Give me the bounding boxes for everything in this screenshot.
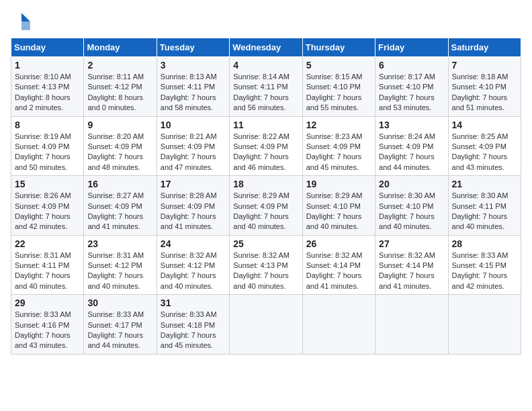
week-row-1: 1Sunrise: 8:10 AMSunset: 4:13 PMDaylight… [11, 57, 521, 117]
day-cell: 18Sunrise: 8:29 AMSunset: 4:09 PMDayligh… [230, 176, 302, 236]
header-cell-wednesday: Wednesday [230, 38, 302, 57]
cell-info: Sunrise: 8:19 AMSunset: 4:09 PMDaylight:… [15, 132, 80, 173]
header-cell-tuesday: Tuesday [157, 38, 229, 57]
day-number: 14 [452, 120, 517, 130]
header-row: SundayMondayTuesdayWednesdayThursdayFrid… [11, 38, 521, 57]
cell-info: Sunrise: 8:14 AMSunset: 4:11 PMDaylight:… [233, 72, 298, 113]
day-number: 21 [452, 179, 517, 189]
cell-info: Sunrise: 8:20 AMSunset: 4:09 PMDaylight:… [87, 132, 152, 173]
cell-info: Sunrise: 8:32 AMSunset: 4:14 PMDaylight:… [306, 250, 371, 292]
calendar-header: SundayMondayTuesdayWednesdayThursdayFrid… [11, 38, 521, 57]
day-cell: 21Sunrise: 8:30 AMSunset: 4:11 PMDayligh… [448, 176, 521, 236]
cell-info: Sunrise: 8:29 AMSunset: 4:09 PMDaylight:… [233, 191, 298, 232]
header-cell-sunday: Sunday [11, 38, 84, 57]
cell-info: Sunrise: 8:32 AMSunset: 4:13 PMDaylight:… [233, 250, 298, 292]
svg-marker-0 [21, 13, 30, 21]
day-number: 1 [15, 60, 80, 71]
cell-info: Sunrise: 8:21 AMSunset: 4:09 PMDaylight:… [161, 132, 226, 173]
day-number: 13 [379, 120, 444, 130]
day-number: 12 [306, 120, 371, 130]
day-cell: 2Sunrise: 8:11 AMSunset: 4:12 PMDaylight… [84, 57, 157, 117]
day-cell: 14Sunrise: 8:25 AMSunset: 4:09 PMDayligh… [448, 116, 521, 176]
day-cell: 17Sunrise: 8:28 AMSunset: 4:09 PMDayligh… [157, 176, 229, 236]
day-number: 6 [379, 60, 444, 71]
cell-info: Sunrise: 8:31 AMSunset: 4:11 PMDaylight:… [15, 250, 80, 292]
day-cell: 6Sunrise: 8:17 AMSunset: 4:10 PMDaylight… [375, 57, 448, 117]
day-cell: 8Sunrise: 8:19 AMSunset: 4:09 PMDaylight… [11, 116, 84, 176]
cell-info: Sunrise: 8:30 AMSunset: 4:11 PMDaylight:… [452, 191, 517, 232]
day-number: 23 [87, 238, 152, 249]
day-cell: 24Sunrise: 8:32 AMSunset: 4:12 PMDayligh… [157, 235, 229, 295]
day-number: 16 [87, 179, 152, 189]
day-number: 27 [379, 238, 444, 249]
day-number: 26 [306, 238, 371, 249]
cell-info: Sunrise: 8:30 AMSunset: 4:10 PMDaylight:… [379, 191, 444, 232]
page-header [11, 11, 521, 32]
logo-icon [11, 11, 32, 32]
cell-info: Sunrise: 8:33 AMSunset: 4:17 PMDaylight:… [87, 310, 152, 351]
cell-info: Sunrise: 8:23 AMSunset: 4:09 PMDaylight:… [306, 132, 371, 173]
day-number: 8 [15, 120, 80, 130]
day-number: 28 [452, 238, 517, 249]
cell-info: Sunrise: 8:13 AMSunset: 4:11 PMDaylight:… [161, 72, 226, 113]
day-cell: 22Sunrise: 8:31 AMSunset: 4:11 PMDayligh… [11, 235, 84, 295]
cell-info: Sunrise: 8:25 AMSunset: 4:09 PMDaylight:… [452, 132, 517, 173]
calendar-table: SundayMondayTuesdayWednesdayThursdayFrid… [11, 38, 521, 355]
day-cell: 5Sunrise: 8:15 AMSunset: 4:10 PMDaylight… [302, 57, 375, 117]
cell-info: Sunrise: 8:10 AMSunset: 4:13 PMDaylight:… [15, 72, 80, 113]
day-cell: 26Sunrise: 8:32 AMSunset: 4:14 PMDayligh… [302, 235, 375, 295]
cell-info: Sunrise: 8:27 AMSunset: 4:09 PMDaylight:… [87, 191, 152, 232]
cell-info: Sunrise: 8:28 AMSunset: 4:09 PMDaylight:… [161, 191, 226, 232]
cell-info: Sunrise: 8:24 AMSunset: 4:09 PMDaylight:… [379, 132, 444, 173]
cell-info: Sunrise: 8:17 AMSunset: 4:10 PMDaylight:… [379, 72, 444, 113]
day-number: 30 [87, 298, 152, 308]
day-cell: 4Sunrise: 8:14 AMSunset: 4:11 PMDaylight… [230, 57, 302, 117]
day-cell: 11Sunrise: 8:22 AMSunset: 4:09 PMDayligh… [230, 116, 302, 176]
week-row-2: 8Sunrise: 8:19 AMSunset: 4:09 PMDaylight… [11, 116, 521, 176]
day-cell [230, 295, 302, 355]
day-cell: 13Sunrise: 8:24 AMSunset: 4:09 PMDayligh… [375, 116, 448, 176]
cell-info: Sunrise: 8:22 AMSunset: 4:09 PMDaylight:… [233, 132, 298, 173]
day-cell: 31Sunrise: 8:33 AMSunset: 4:18 PMDayligh… [157, 295, 229, 355]
day-cell: 15Sunrise: 8:26 AMSunset: 4:09 PMDayligh… [11, 176, 84, 236]
week-row-5: 29Sunrise: 8:33 AMSunset: 4:16 PMDayligh… [11, 295, 521, 355]
cell-info: Sunrise: 8:31 AMSunset: 4:12 PMDaylight:… [87, 250, 152, 292]
day-cell: 30Sunrise: 8:33 AMSunset: 4:17 PMDayligh… [84, 295, 157, 355]
day-number: 4 [233, 60, 298, 71]
day-cell: 23Sunrise: 8:31 AMSunset: 4:12 PMDayligh… [84, 235, 157, 295]
logo [11, 11, 35, 32]
day-number: 22 [15, 238, 80, 249]
day-number: 18 [233, 179, 298, 189]
week-row-4: 22Sunrise: 8:31 AMSunset: 4:11 PMDayligh… [11, 235, 521, 295]
svg-marker-1 [21, 21, 30, 30]
day-cell: 9Sunrise: 8:20 AMSunset: 4:09 PMDaylight… [84, 116, 157, 176]
day-cell: 27Sunrise: 8:32 AMSunset: 4:14 PMDayligh… [375, 235, 448, 295]
day-number: 7 [452, 60, 517, 71]
day-number: 15 [15, 179, 80, 189]
day-number: 2 [87, 60, 152, 71]
day-cell: 20Sunrise: 8:30 AMSunset: 4:10 PMDayligh… [375, 176, 448, 236]
day-number: 10 [161, 120, 226, 130]
day-number: 29 [15, 298, 80, 308]
header-cell-thursday: Thursday [302, 38, 375, 57]
cell-info: Sunrise: 8:32 AMSunset: 4:12 PMDaylight:… [161, 250, 226, 292]
week-row-3: 15Sunrise: 8:26 AMSunset: 4:09 PMDayligh… [11, 176, 521, 236]
day-number: 9 [87, 120, 152, 130]
day-cell: 25Sunrise: 8:32 AMSunset: 4:13 PMDayligh… [230, 235, 302, 295]
day-cell: 19Sunrise: 8:29 AMSunset: 4:10 PMDayligh… [302, 176, 375, 236]
day-cell: 28Sunrise: 8:33 AMSunset: 4:15 PMDayligh… [448, 235, 521, 295]
day-number: 17 [161, 179, 226, 189]
cell-info: Sunrise: 8:33 AMSunset: 4:18 PMDaylight:… [161, 310, 226, 351]
day-cell [375, 295, 448, 355]
header-cell-friday: Friday [375, 38, 448, 57]
day-number: 19 [306, 179, 371, 189]
day-cell: 10Sunrise: 8:21 AMSunset: 4:09 PMDayligh… [157, 116, 229, 176]
cell-info: Sunrise: 8:29 AMSunset: 4:10 PMDaylight:… [306, 191, 371, 232]
day-number: 11 [233, 120, 298, 130]
day-cell [302, 295, 375, 355]
cell-info: Sunrise: 8:15 AMSunset: 4:10 PMDaylight:… [306, 72, 371, 113]
day-cell: 3Sunrise: 8:13 AMSunset: 4:11 PMDaylight… [157, 57, 229, 117]
day-number: 31 [161, 298, 226, 308]
calendar-body: 1Sunrise: 8:10 AMSunset: 4:13 PMDaylight… [11, 57, 521, 355]
header-cell-monday: Monday [84, 38, 157, 57]
